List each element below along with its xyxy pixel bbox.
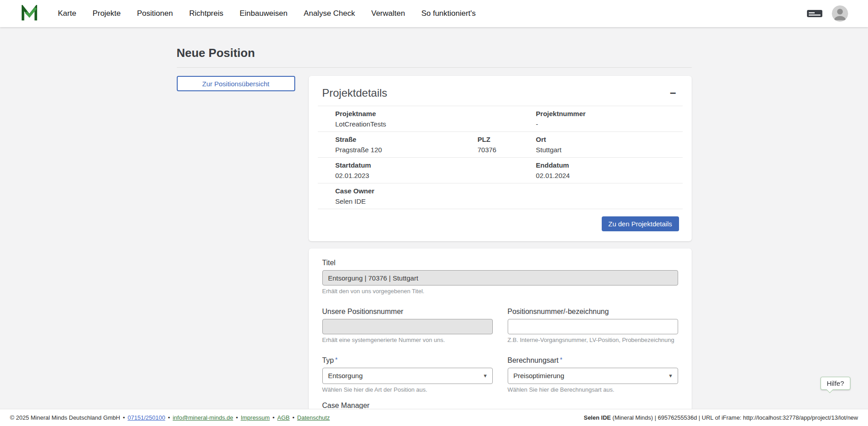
table-row: Projektname LotCreationTests Projektnumm…: [318, 106, 683, 132]
berechnungsart-selected-value: Preisoptimierung: [514, 372, 565, 379]
phone-link[interactable]: 07151/250100: [127, 414, 165, 421]
berechnungsart-hint: Wählen Sie hier die Berechnungsart aus.: [508, 386, 678, 394]
titel-input[interactable]: [322, 270, 678, 286]
main-content: Neue Position Zur Positionsübersicht Pro…: [0, 27, 868, 409]
projektnummer-value: -: [536, 120, 682, 129]
keyboard-icon[interactable]: [807, 9, 823, 19]
session-info: Selen IDE (Mineral Minds) | 69576255536d…: [584, 414, 858, 421]
required-marker: *: [335, 356, 337, 363]
separator-dot: •: [273, 414, 275, 421]
typ-selected-value: Entsorgung: [328, 372, 363, 379]
impressum-link[interactable]: Impressum: [241, 414, 269, 421]
collapse-icon[interactable]: −: [668, 88, 678, 98]
email-link[interactable]: info@mineral-minds.de: [173, 414, 233, 421]
titel-field: Titel Erhält den von uns vorgegebenen Ti…: [322, 258, 678, 295]
startdatum-value: 02.01.2023: [335, 171, 519, 180]
session-user: Selen IDE: [584, 414, 611, 421]
plz-value: 70376: [477, 145, 518, 154]
unsere-positionsnummer-field: Unsere Positionsnummer Erhält eine syste…: [322, 307, 493, 344]
positionsnummer-label: Positionsnummer/-bezeichnung: [508, 307, 678, 316]
required-marker: *: [560, 356, 562, 363]
page-title: Neue Position: [177, 46, 692, 68]
case-manager-field: Case Manager: [322, 401, 493, 409]
unsere-positionsnummer-input: [322, 319, 493, 334]
berechnungsart-select[interactable]: Preisoptimierung ▾: [508, 368, 678, 384]
positionsnummer-hint: Z.B. Interne-Vorgangsnummer, LV-Position…: [508, 337, 678, 344]
person-icon: [832, 5, 848, 22]
enddatum-label: Enddatum: [536, 161, 682, 170]
case-manager-label: Case Manager: [322, 401, 493, 409]
app-logo[interactable]: [21, 5, 38, 22]
chevron-down-icon: ▾: [669, 372, 672, 379]
mineral-minds-logo-icon: [21, 5, 38, 22]
nav-item-positionen[interactable]: Positionen: [137, 0, 173, 27]
main-nav: Karte Projekte Positionen Richtpreis Ein…: [58, 0, 476, 27]
unsere-positionsnummer-hint: Erhält eine systemgenerierte Nummer von …: [322, 337, 493, 344]
ort-value: Stuttgart: [536, 145, 682, 154]
typ-select[interactable]: Entsorgung ▾: [322, 368, 493, 384]
berechnungsart-field: Berechnungsart* Preisoptimierung ▾ Wähle…: [508, 356, 678, 394]
right-column: Projektdetails − Projektname LotCreation…: [309, 76, 692, 409]
projektname-value: LotCreationTests: [335, 120, 519, 129]
case-owner-label: Case Owner: [335, 187, 519, 196]
projektname-label: Projektname: [335, 109, 519, 118]
berechnungsart-label: Berechnungsart*: [508, 356, 678, 365]
nav-item-verwalten[interactable]: Verwalten: [371, 0, 405, 27]
table-row: Case Owner Selen IDE: [318, 183, 683, 209]
nav-item-richtpreis[interactable]: Richtpreis: [189, 0, 223, 27]
titel-hint: Erhält den von uns vorgegebenen Titel.: [322, 288, 678, 295]
nav-item-karte[interactable]: Karte: [58, 0, 76, 27]
project-fields-table: Projektname LotCreationTests Projektnumm…: [318, 106, 683, 209]
positions-overview-button[interactable]: Zur Positionsübersicht: [177, 76, 295, 91]
table-row: Straße Pragstraße 120 PLZ 70376 Ort Stut…: [318, 132, 683, 158]
table-row: Startdatum 02.01.2023 Enddatum 02.01.202…: [318, 158, 683, 183]
user-avatar[interactable]: [832, 5, 848, 22]
nav-item-projekte[interactable]: Projekte: [93, 0, 121, 27]
project-details-button[interactable]: Zu den Projektdetails: [602, 216, 679, 231]
enddatum-value: 02.01.2024: [536, 171, 682, 180]
datenschutz-link[interactable]: Datenschutz: [297, 414, 330, 421]
positionsnummer-input[interactable]: [508, 319, 678, 334]
plz-label: PLZ: [477, 135, 518, 144]
projektnummer-label: Projektnummer: [536, 109, 682, 118]
project-details-card: Projektdetails − Projektname LotCreation…: [309, 76, 692, 241]
separator-dot: •: [292, 414, 295, 421]
navbar: Karte Projekte Positionen Richtpreis Ein…: [0, 0, 868, 27]
typ-hint: Wählen Sie hier die Art der Position aus…: [322, 386, 493, 394]
ort-label: Ort: [536, 135, 682, 144]
left-column: Zur Positionsübersicht: [177, 76, 295, 91]
typ-label: Typ*: [322, 356, 493, 365]
session-details: (Mineral Minds) | 69576255536d | URL of …: [611, 414, 858, 421]
new-position-form-card: Titel Erhält den von uns vorgegebenen Ti…: [309, 248, 692, 409]
startdatum-label: Startdatum: [335, 161, 519, 170]
chevron-down-icon: ▾: [484, 372, 487, 379]
footer: © 2025 Mineral Minds Deutschland GmbH • …: [0, 409, 868, 426]
project-card-title: Projektdetails: [322, 87, 387, 99]
agb-link[interactable]: AGB: [277, 414, 289, 421]
separator-dot: •: [236, 414, 238, 421]
strasse-label: Straße: [335, 135, 460, 144]
navbar-right: [807, 5, 848, 22]
separator-dot: •: [168, 414, 170, 421]
unsere-positionsnummer-label: Unsere Positionsnummer: [322, 307, 493, 316]
typ-field: Typ* Entsorgung ▾ Wählen Sie hier die Ar…: [322, 356, 493, 394]
footer-links: © 2025 Mineral Minds Deutschland GmbH • …: [10, 414, 330, 421]
strasse-value: Pragstraße 120: [335, 145, 460, 154]
nav-item-analyse-check[interactable]: Analyse Check: [304, 0, 355, 27]
case-owner-value: Selen IDE: [335, 197, 519, 206]
help-button[interactable]: Hilfe?: [821, 377, 850, 390]
nav-item-so-funktionierts[interactable]: So funktioniert's: [421, 0, 476, 27]
nav-item-einbauweisen[interactable]: Einbauweisen: [240, 0, 288, 27]
separator-dot: •: [123, 414, 125, 421]
titel-label: Titel: [322, 258, 678, 267]
copyright-text: © 2025 Mineral Minds Deutschland GmbH: [10, 414, 120, 421]
positionsnummer-field: Positionsnummer/-bezeichnung Z.B. Intern…: [508, 307, 678, 344]
